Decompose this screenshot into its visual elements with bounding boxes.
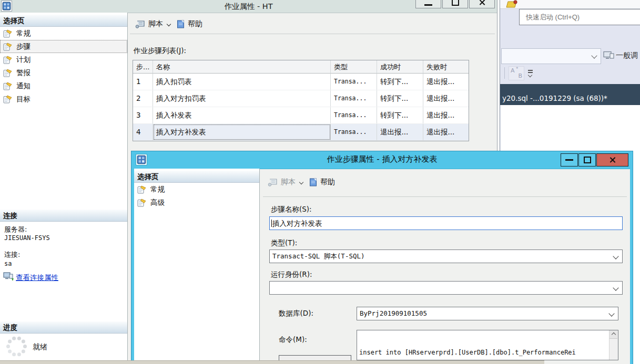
sidebar-item-schedules[interactable]: 计划 [0,53,127,66]
script-button[interactable]: 脚本 [148,19,163,29]
type-label: 类型(T): [271,238,297,248]
connection-label: 连接: [4,250,20,259]
table-header-row: 步... 名称 类型 成功时 失败时 [133,60,469,74]
maximize-button[interactable] [578,153,596,167]
sidebar-item-general[interactable]: 常规 [0,27,127,40]
job-dialog-titlebar[interactable]: 作业属性 - HT [0,0,497,13]
sidebar-item-label: 通知 [16,81,31,91]
sidebar-item-general[interactable]: 常规 [134,183,259,196]
table-row[interactable]: 3 插入补发表 Transa... 转到下... 退出报... [133,107,469,124]
database-value: ByPrj201909101505 [360,309,427,317]
sidebar-item-label: 常规 [16,29,31,38]
quick-launch-input[interactable] [519,9,640,25]
chevron-down-icon [591,53,597,58]
script-dropdown-icon[interactable] [167,22,171,26]
close-button[interactable] [469,0,495,8]
minimize-button[interactable] [561,153,578,167]
cell-step: 4 [133,124,153,140]
database-select[interactable]: ByPrj201909101505 [357,307,618,320]
page-icon [3,43,12,51]
close-icon [479,0,485,6]
run-as-select[interactable] [269,281,623,295]
screen: 一般调 A * B y20.sql -...0191229 (sa (68))*… [0,0,640,364]
progress-header: 进度 [0,321,127,334]
minimize-icon [424,4,432,6]
help-button[interactable]: 帮助 [188,19,202,29]
view-connection-properties-link[interactable]: 查看连接属性 [16,273,58,283]
cell-on-success: 转到下... [377,90,423,107]
col-name[interactable]: 名称 [153,60,331,74]
sidebar-item-label: 高级 [150,198,165,207]
cell-type: Transa... [331,124,377,140]
chevron-up-icon [611,332,615,336]
sidebar-item-targets[interactable]: 目标 [0,92,127,106]
cell-on-success: 转到下... [377,74,423,90]
sidebar-item-label: 常规 [150,185,165,194]
cell-type: Transa... [331,74,377,90]
maximize-button[interactable] [442,0,468,8]
monitor-icon[interactable] [603,51,614,60]
sidebar-item-notifications[interactable]: 通知 [0,79,127,92]
job-step-properties-dialog: 作业步骤属性 - 插入对方补发表 选择页 常规 高级 [131,151,633,364]
help-button[interactable]: 帮助 [320,178,335,187]
col-type[interactable]: 类型 [331,60,377,74]
letter-a: A [511,67,515,74]
table-row[interactable]: 1 插入扣罚表 Transa... 转到下... 退出报... [133,74,469,90]
cell-name: 插入扣罚表 [153,74,331,90]
letter-b: B [518,72,522,79]
script-dropdown-icon[interactable] [299,180,303,184]
close-button[interactable] [596,153,628,167]
sidebar-item-advanced[interactable]: 高级 [134,196,259,209]
table-row[interactable]: 2 插入对方扣罚表 Transa... 转到下... 退出报... [133,90,469,107]
sidebar-item-steps[interactable]: 步骤 [0,40,127,53]
sidebar-item-alerts[interactable]: 警报 [0,66,127,79]
step-name-value: 插入对方补发表 [272,219,322,227]
step-name-input[interactable]: 插入对方补发表 [269,216,623,230]
sidebar-item-label: 目标 [16,95,31,104]
cell-on-success: 退出报... [377,124,423,140]
close-icon [609,157,616,163]
minimize-button[interactable] [415,0,441,8]
step-dialog-toolbar: 脚本 帮助 [267,178,335,187]
cell-on-success: 转到下... [377,107,423,123]
cell-name: 插入补发表 [153,107,331,123]
progress-spinner-icon [5,335,28,358]
job-pages-panel: 选择页 常规 步骤 计划 警报 通知 目标 [0,13,128,360]
step-dialog-title: 作业步骤属性 - 插入对方补发表 [131,154,633,164]
col-on-failure[interactable]: 失败时 [423,60,469,74]
sql-document-tab[interactable]: y20.sql -...0191229 (sa (68))* [502,94,607,102]
table-row-selected[interactable]: 4 插入对方补发表 Transa... 退出报... 退出报... [133,124,469,141]
toolbar-clipped-label[interactable]: 一般调 [616,51,640,61]
toolbar-overflow-icon[interactable] [527,69,534,77]
command-line: insert into [HRserverprd].[UserDB].[dbo]… [359,348,608,357]
sidebar-item-label: 步骤 [16,42,31,51]
pages-header: 选择页 [0,15,127,27]
server-value: JIESUAN-FSYS [4,234,50,242]
cell-on-failure: 退出报... [423,107,469,123]
connection-value: sa [4,260,12,267]
cell-type: Transa... [331,90,377,107]
toolbar-divider [263,196,627,197]
command-label: 命令(M): [279,335,307,345]
minimize-icon [565,159,573,161]
taskbar-edge-strip [0,360,544,364]
step-dialog-titlebar[interactable]: 作业步骤属性 - 插入对方补发表 [131,151,633,169]
template-parameters-icon[interactable]: A * B [509,66,524,80]
run-as-label: 运行身份(R): [271,270,312,279]
pages-header: 选择页 [134,171,259,183]
script-button-disabled: 脚本 [281,178,296,187]
toolbar-combobox[interactable] [501,48,601,64]
chevron-down-icon [613,285,618,290]
server-label: 服务器: [4,225,27,234]
job-steps-table: 步... 名称 类型 成功时 失败时 1 插入扣罚表 Transa... 转到下… [133,60,469,141]
scroll-up-button[interactable] [609,330,617,339]
maximize-icon [584,157,591,163]
col-on-success[interactable]: 成功时 [377,60,423,74]
scrollbar[interactable] [609,330,618,360]
step-name-label: 步骤名称(S): [271,205,312,214]
col-step[interactable]: 步... [133,60,153,74]
command-textarea[interactable]: insert into [HRserverprd].[UserDB].[dbo]… [357,330,618,360]
cell-on-failure: 退出报... [423,124,469,140]
help-icon [309,178,317,186]
type-select[interactable]: Transact-SQL 脚本(T-SQL) [269,249,623,263]
